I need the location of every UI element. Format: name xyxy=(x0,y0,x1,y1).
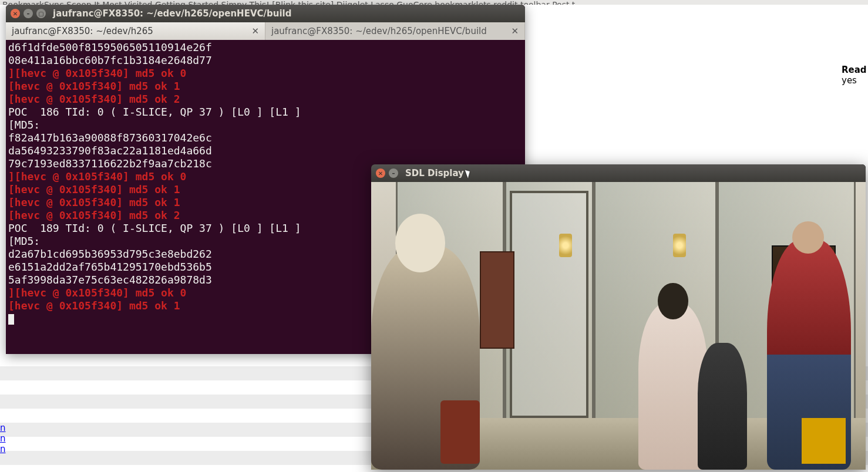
background-links: n n n xyxy=(0,423,6,454)
shopping-bag xyxy=(802,418,846,464)
terminal-titlebar[interactable]: ✕ – ▢ jaufranc@FX8350: ~/edev/h265/openH… xyxy=(6,5,525,22)
browser-bookmarks-bar: BookmarkSync Scoop It Most Visited Getti… xyxy=(0,0,868,5)
close-icon[interactable]: ✕ xyxy=(11,9,20,18)
terminal-line: 08e411a16bbc60b7fc1b3184e2648d77 xyxy=(8,54,523,67)
tab-label: jaufranc@FX8350: ~/edev/h265 xyxy=(12,26,153,36)
background-table-fragment: Read yes xyxy=(842,65,868,86)
minimize-icon[interactable]: – xyxy=(23,9,33,18)
terminal-tab-1[interactable]: jaufranc@FX8350: ~/edev/h265 ✕ xyxy=(6,22,265,40)
terminal-title: jaufranc@FX8350: ~/edev/h265/openHEVC/bu… xyxy=(53,8,291,19)
tab-label: jaufranc@FX8350: ~/edev/h265/openHEVC/bu… xyxy=(271,26,487,36)
lamp-icon xyxy=(673,234,686,257)
terminal-line: f82a417b163a90088f87360317042e6c xyxy=(8,132,523,144)
terminal-line: [MD5: xyxy=(8,119,523,132)
sdl-title: SDL Display xyxy=(405,168,464,178)
person-figure xyxy=(638,303,708,470)
terminal-line: [hevc @ 0x105f340] md5 ok 1 xyxy=(8,80,523,93)
bg-link[interactable]: n xyxy=(0,433,6,444)
terminal-line: d6f1dfde500f8159506505110914e26f xyxy=(8,41,523,54)
close-icon[interactable]: ✕ xyxy=(376,168,385,178)
bg-table-value: yes xyxy=(842,75,868,86)
maximize-icon[interactable]: ▢ xyxy=(36,9,46,18)
terminal-line: da56493233790f83ac22a1181ed4a66d xyxy=(8,144,523,157)
handbag xyxy=(440,400,480,464)
storefront-door xyxy=(510,191,589,418)
sdl-window[interactable]: ✕ – SDL Display CHOCOLAT xyxy=(371,164,866,470)
sdl-titlebar[interactable]: ✕ – SDL Display xyxy=(371,164,866,182)
minimize-icon[interactable]: – xyxy=(389,168,398,178)
terminal-line: ][hevc @ 0x105f340] md5 ok 0 xyxy=(8,67,523,80)
terminal-cursor xyxy=(8,314,14,325)
terminal-tabs: jaufranc@FX8350: ~/edev/h265 ✕ jaufranc@… xyxy=(6,22,525,40)
sdl-video-frame: CHOCOLAT xyxy=(371,182,866,470)
mouse-cursor-icon xyxy=(465,168,472,178)
terminal-line: [hevc @ 0x105f340] md5 ok 2 xyxy=(8,93,523,106)
bg-table-header: Read xyxy=(842,65,868,75)
tab-close-icon[interactable]: ✕ xyxy=(506,26,519,36)
lamp-icon xyxy=(559,234,572,257)
person-figure xyxy=(698,343,747,470)
bg-link[interactable]: n xyxy=(0,444,6,454)
terminal-tab-2[interactable]: jaufranc@FX8350: ~/edev/h265/openHEVC/bu… xyxy=(265,22,525,40)
menu-board xyxy=(480,251,514,349)
tab-close-icon[interactable]: ✕ xyxy=(247,26,259,36)
terminal-line: POC 186 TId: 0 ( I-SLICE, QP 37 ) [L0 ] … xyxy=(8,106,523,119)
bg-link[interactable]: n xyxy=(0,423,6,433)
